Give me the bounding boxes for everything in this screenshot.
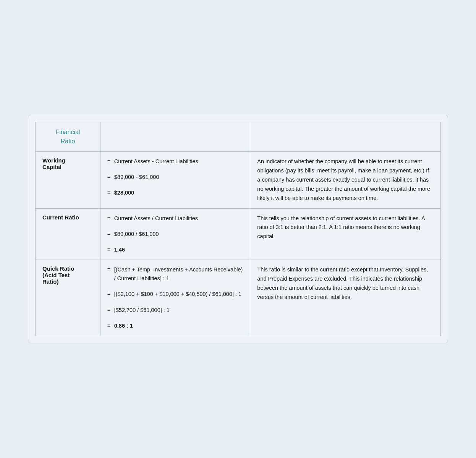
calc-line: =[(Cash + Temp. Investments + Accounts R… <box>107 265 243 283</box>
equals-sign: = <box>107 188 112 197</box>
equals-sign: = <box>107 306 112 315</box>
equals-sign: = <box>107 265 112 274</box>
equals-sign: = <box>107 245 112 254</box>
calc-value: 1.46 <box>114 245 125 254</box>
calc-value: [$52,700 / $61,000] : 1 <box>114 306 170 315</box>
calc-line: =$89,000 / $61,000 <box>107 230 243 239</box>
calc-line: =0.86 : 1 <box>107 322 243 330</box>
ratio-name-cell: Quick Ratio(Acid TestRatio) <box>36 260 100 336</box>
calc-value: 0.86 : 1 <box>114 322 133 330</box>
tells-cell: This tells you the relationship of curre… <box>250 208 441 260</box>
calc-line: =[$52,700 / $61,000] : 1 <box>107 306 243 315</box>
tells-cell: An indicator of whether the company will… <box>250 151 441 208</box>
equals-sign: = <box>107 157 112 166</box>
equals-sign: = <box>107 230 112 239</box>
calc-line: =Current Assets / Current Liabilities <box>107 214 243 223</box>
header-what-it-tells <box>250 122 441 151</box>
financial-ratios-table: FinancialRatio WorkingCapital=Current As… <box>28 115 448 343</box>
ratio-name-cell: WorkingCapital <box>36 151 100 208</box>
ratio-name-cell: Current Ratio <box>36 208 100 260</box>
calc-value: Current Assets / Current Liabilities <box>114 214 198 223</box>
tells-cell: This ratio is similar to the current rat… <box>250 260 441 336</box>
calc-value: $89,000 - $61,000 <box>114 173 159 182</box>
header-how-to-calculate <box>100 122 250 151</box>
equals-sign: = <box>107 322 112 330</box>
calc-cell: =[(Cash + Temp. Investments + Accounts R… <box>100 260 250 336</box>
calc-value: $28,000 <box>114 188 134 197</box>
calc-value: Current Assets - Current Liabilities <box>114 157 198 166</box>
calc-line: =1.46 <box>107 245 243 254</box>
header-col1-label: FinancialRatio <box>55 129 80 145</box>
calc-line: =$28,000 <box>107 188 243 197</box>
header-financial-ratio: FinancialRatio <box>36 122 100 151</box>
calc-line: =$89,000 - $61,000 <box>107 173 243 182</box>
calc-cell: =Current Assets - Current Liabilities=$8… <box>100 151 250 208</box>
equals-sign: = <box>107 214 112 223</box>
calc-value: [(Cash + Temp. Investments + Accounts Re… <box>114 265 243 283</box>
calc-line: =Current Assets - Current Liabilities <box>107 157 243 166</box>
calc-line: =[($2,100 + $100 + $10,000 + $40,500) / … <box>107 290 243 299</box>
equals-sign: = <box>107 173 112 182</box>
calc-cell: =Current Assets / Current Liabilities=$8… <box>100 208 250 260</box>
calc-value: $89,000 / $61,000 <box>114 230 159 239</box>
equals-sign: = <box>107 290 112 299</box>
calc-value: [($2,100 + $100 + $10,000 + $40,500) / $… <box>114 290 241 299</box>
